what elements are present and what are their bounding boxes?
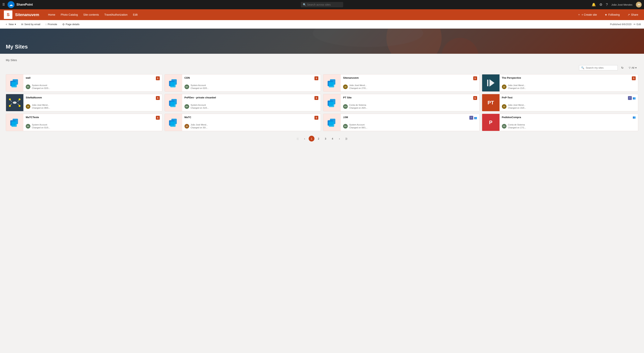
create-site-button[interactable]: ＋ + Create site xyxy=(576,12,599,17)
notifications-icon[interactable]: 🔔 xyxy=(592,2,596,7)
search-input[interactable] xyxy=(301,2,343,7)
site-card-footer: CS Conta de Sistema Changed on 17/1... xyxy=(502,123,636,129)
site-author-name: João José Mend... xyxy=(508,84,526,87)
sharepoint-site-icon: S xyxy=(156,116,160,120)
send-email-label: Send by email xyxy=(24,23,40,26)
email-icon: ✉ xyxy=(21,23,24,26)
site-card[interactable]: Sitenanuvem S JJ João José Mend... Chang… xyxy=(323,74,480,92)
filter-button[interactable]: ▽ All ▾ xyxy=(627,65,638,70)
site-card[interactable]: P PedidosCompra 👥 CS Conta de Sistema Ch… xyxy=(482,114,638,131)
site-author-name: System Account xyxy=(191,104,209,106)
site-card-header: SiteNaNuvem S xyxy=(26,96,160,100)
prev-page-button[interactable]: ‹ xyxy=(302,136,308,141)
svg-point-1 xyxy=(442,38,478,54)
teams-icon: T xyxy=(469,116,473,120)
svg-rect-27 xyxy=(170,102,176,107)
page-2-button[interactable]: 2 xyxy=(316,136,322,141)
first-page-button[interactable]: ⟨⟨ xyxy=(295,136,300,141)
site-card-footer: SA System Account Changed on 01/0... xyxy=(26,123,160,129)
site-author-avatar: CS xyxy=(343,104,348,109)
site-author-avatar: CS xyxy=(502,124,506,129)
site-card-header: The Perspective S xyxy=(502,76,636,80)
avatar[interactable]: JM xyxy=(636,2,642,7)
edit-page-button[interactable]: ✏ Edit xyxy=(634,23,641,26)
cloud-icon: ☁ xyxy=(9,2,13,7)
site-card-body: CDN S SA System Account Changed on 02/0.… xyxy=(182,74,321,91)
site-card-header: CDN S xyxy=(184,76,318,80)
svg-rect-11 xyxy=(329,82,334,87)
nav-travel-authorization[interactable]: TravelAuthorization xyxy=(102,9,130,20)
site-author-name: João José Mend... xyxy=(349,84,368,87)
site-card-footer: CS Conta de Sistema Changed on 26/0... xyxy=(343,104,477,109)
site-card-icons: S xyxy=(473,96,477,100)
site-card[interactable]: MaTCTeste S SA System Account Changed on… xyxy=(6,114,162,131)
nav-site-contents[interactable]: Site contents xyxy=(81,9,102,20)
site-card-thumbnail xyxy=(6,114,24,131)
site-card-icons: S xyxy=(314,96,318,100)
share-button[interactable]: ↗ Share xyxy=(626,12,640,17)
site-changed-date: Changed on 31/0... xyxy=(191,106,209,109)
site-card-body: PnPDev - private chsanbel S SA System Ac… xyxy=(182,94,321,111)
page-details-button[interactable]: ⚙ Page details xyxy=(60,22,82,27)
site-card-footer: SA System Account Changed on 08/1... xyxy=(343,123,477,129)
site-card[interactable]: PT PnP-Test T👥 JJ João José Mend... Chan… xyxy=(482,94,638,111)
svg-rect-39 xyxy=(329,121,334,127)
site-navigation: S Sitenanuvem Home Photo Catalog Site co… xyxy=(0,9,644,20)
waffle-icon[interactable]: ⠿ xyxy=(2,2,5,7)
following-button[interactable]: ★ Following xyxy=(603,12,622,17)
settings-icon[interactable]: ⚙ xyxy=(599,2,602,7)
help-icon[interactable]: ? xyxy=(606,3,608,7)
site-card-thumbnail xyxy=(6,94,24,111)
site-card-icons: S xyxy=(156,76,160,80)
site-card-header: PnPDev - private chsanbel S xyxy=(184,96,318,100)
site-card-header: wall S xyxy=(26,76,160,80)
site-card[interactable]: PnPDev - private chsanbel S SA System Ac… xyxy=(164,94,321,111)
site-card-thumbnail xyxy=(323,114,341,131)
site-changed-date: Changed on 02/0... xyxy=(32,87,50,89)
site-changed-date: Changed on 08/1... xyxy=(349,126,368,129)
next-page-button[interactable]: › xyxy=(336,136,342,141)
refresh-button[interactable]: ↻ xyxy=(620,65,625,70)
site-card[interactable]: SiteNaNuvem S JJ João José Mend... Chang… xyxy=(6,94,162,111)
site-author-avatar: JJ xyxy=(26,104,30,109)
filter-icon: ▽ xyxy=(629,66,631,69)
top-nav-right: 🔔 ⚙ ? João José Mendes JM xyxy=(592,2,642,7)
site-card-body: wall S SA System Account Changed on 02/0… xyxy=(24,74,162,91)
site-card-icons: S xyxy=(632,76,636,80)
site-card-body: PnP-Test T👥 JJ João José Mend... Changed… xyxy=(500,94,638,111)
site-card-body: SiteNaNuvem S JJ João José Mend... Chang… xyxy=(24,94,162,111)
svg-rect-8 xyxy=(170,82,176,87)
site-card-thumbnail xyxy=(165,74,182,91)
sites-search-input[interactable] xyxy=(586,66,616,69)
promote-button[interactable]: ↑ Promote xyxy=(43,22,59,27)
site-card[interactable]: CDN S SA System Account Changed on 02/0.… xyxy=(164,74,321,92)
nav-home[interactable]: Home xyxy=(45,9,58,20)
create-site-label: + Create site xyxy=(582,13,597,16)
chevron-down-icon: ▾ xyxy=(635,66,637,69)
site-card-meta: System Account Changed on 02/0... xyxy=(32,84,50,89)
sites-search-box: 🔍 xyxy=(579,65,618,70)
site-card-name: MaTCTeste xyxy=(26,116,156,119)
nav-edit[interactable]: Edit xyxy=(130,9,140,20)
site-author-name: System Account xyxy=(191,84,209,87)
site-card-meta: João José Mend... Changed on 15/0... xyxy=(508,104,526,109)
page-4-button[interactable]: 4 xyxy=(330,136,335,141)
page-3-button[interactable]: 3 xyxy=(322,136,328,141)
page-toolbar: ＋ New ▾ ✉ Send by email ↑ Promote ⚙ Page… xyxy=(0,20,644,29)
site-card-thumbnail xyxy=(323,74,341,91)
plus-icon: ＋ xyxy=(5,23,8,26)
site-card-header: MaTCTeste S xyxy=(26,116,160,120)
page-1-button[interactable]: 1 xyxy=(309,136,314,141)
user-name: João José Mendes xyxy=(611,3,632,6)
last-page-button[interactable]: ⟩⟩ xyxy=(344,136,349,141)
site-card-thumbnail xyxy=(482,74,500,91)
new-button[interactable]: ＋ New ▾ xyxy=(3,22,18,27)
site-card[interactable]: wall S SA System Account Changed on 02/0… xyxy=(6,74,162,92)
site-card[interactable]: MaTC S JJ João José Mend... Changed on 3… xyxy=(164,114,321,131)
site-card[interactable]: The Perspective S JJ João José Mend... C… xyxy=(482,74,638,92)
site-card[interactable]: PT Site S CS Conta de Sistema Changed on… xyxy=(323,94,480,111)
site-card[interactable]: JJM T👥 SA System Account Changed on 08/1… xyxy=(323,114,480,131)
site-changed-date: Changed on 01/0... xyxy=(32,126,50,129)
send-email-button[interactable]: ✉ Send by email xyxy=(19,22,42,27)
nav-photo-catalog[interactable]: Photo Catalog xyxy=(58,9,81,20)
